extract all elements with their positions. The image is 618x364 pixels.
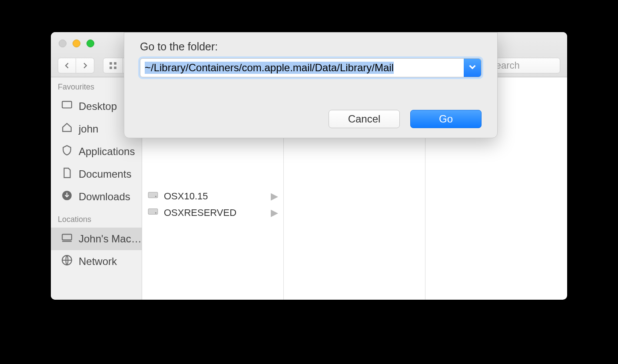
home-icon	[61, 122, 73, 136]
sidebar-item-label: John's Mac…	[79, 233, 142, 245]
go-to-folder-sheet: Go to the folder: Cancel Go	[124, 32, 498, 138]
svg-rect-28	[62, 234, 72, 240]
sidebar-section-title: Locations	[51, 214, 142, 228]
network-icon	[61, 255, 73, 268]
button-label: Cancel	[348, 113, 381, 125]
svg-rect-5	[114, 67, 116, 69]
zoom-window-button[interactable]	[86, 40, 94, 47]
icon-view-button[interactable]	[103, 58, 123, 73]
volume-label: OSXRESERVED	[164, 207, 236, 218]
desktop-icon	[61, 99, 73, 113]
button-label: Go	[439, 113, 453, 125]
sidebar-item-computer[interactable]: John's Mac…	[51, 228, 142, 250]
forward-button[interactable]	[76, 58, 94, 73]
sidebar-item-label: Desktop	[79, 100, 117, 113]
nav-segment	[58, 58, 94, 73]
hard-drive-icon	[147, 189, 159, 203]
svg-rect-2	[110, 62, 112, 65]
sidebar-item-network[interactable]: Network	[51, 250, 142, 273]
folder-path-input[interactable]	[140, 59, 464, 77]
sidebar-item-label: Network	[79, 255, 117, 268]
chevron-down-icon	[469, 63, 476, 72]
hard-drive-icon	[147, 206, 159, 220]
svg-rect-4	[110, 67, 112, 69]
volume-label: OSX10.15	[164, 191, 208, 202]
cancel-button[interactable]: Cancel	[329, 110, 400, 128]
svg-rect-26	[62, 101, 72, 108]
minimize-window-button[interactable]	[73, 40, 80, 47]
svg-point-31	[155, 196, 156, 197]
sidebar-item-label: Documents	[79, 168, 131, 180]
svg-point-33	[155, 212, 156, 214]
sidebar-item-label: john	[79, 123, 98, 135]
folder-path-dropdown-button[interactable]	[464, 59, 481, 77]
sidebar-item-applications[interactable]: Applications	[51, 140, 142, 163]
applications-icon	[61, 145, 73, 159]
volume-item[interactable]: OSX10.15 ▶	[142, 188, 283, 205]
go-button[interactable]: Go	[410, 110, 482, 128]
svg-rect-30	[148, 192, 158, 198]
back-button[interactable]	[58, 58, 76, 73]
sidebar-item-label: Downloads	[79, 191, 130, 203]
svg-rect-3	[114, 62, 116, 65]
sidebar-item-downloads[interactable]: Downloads	[51, 185, 142, 208]
documents-icon	[61, 167, 73, 181]
sidebar-item-label: Applications	[79, 146, 135, 158]
sheet-label: Go to the folder:	[140, 40, 482, 53]
chevron-right-icon: ▶	[271, 207, 278, 218]
svg-rect-32	[148, 209, 158, 215]
sidebar-item-documents[interactable]: Documents	[51, 163, 142, 185]
window-controls	[59, 40, 94, 47]
close-window-button[interactable]	[59, 40, 66, 47]
folder-path-combo	[140, 58, 482, 77]
chevron-right-icon: ▶	[271, 191, 278, 202]
volume-item[interactable]: OSXRESERVED ▶	[142, 205, 283, 221]
downloads-icon	[61, 190, 73, 204]
computer-icon	[61, 232, 73, 246]
finder-window: Dropbox Installer	[51, 32, 567, 300]
